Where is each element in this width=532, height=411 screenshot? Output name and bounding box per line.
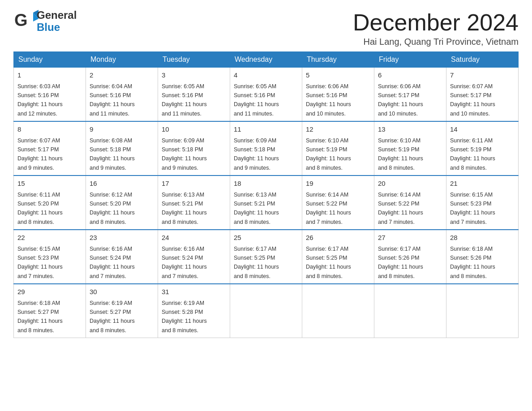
table-row: 9 Sunrise: 6:08 AMSunset: 5:18 PMDayligh… (86, 121, 158, 176)
table-row: 2 Sunrise: 6:04 AMSunset: 5:16 PMDayligh… (86, 68, 158, 122)
calendar-week-row: 22 Sunrise: 6:15 AMSunset: 5:23 PMDaylig… (14, 230, 519, 284)
day-number: 31 (162, 287, 226, 297)
day-number: 8 (17, 124, 82, 135)
day-info: Sunrise: 6:13 AMSunset: 5:21 PMDaylight:… (234, 192, 279, 225)
table-row (302, 284, 374, 338)
svg-text:G: G (14, 11, 28, 30)
logo-blue-text: Blue (37, 21, 77, 33)
day-info: Sunrise: 6:11 AMSunset: 5:19 PMDaylight:… (450, 137, 495, 171)
calendar-table: Sunday Monday Tuesday Wednesday Thursday… (13, 51, 519, 338)
day-info: Sunrise: 6:07 AMSunset: 5:17 PMDaylight:… (450, 83, 495, 117)
table-row: 11 Sunrise: 6:09 AMSunset: 5:18 PMDaylig… (230, 121, 302, 176)
location-subtitle: Hai Lang, Quang Tri Province, Vietnam (353, 37, 519, 47)
table-row: 8 Sunrise: 6:07 AMSunset: 5:17 PMDayligh… (14, 121, 86, 176)
day-number: 5 (306, 70, 370, 81)
day-info: Sunrise: 6:03 AMSunset: 5:16 PMDaylight:… (17, 83, 63, 117)
page-header: G General Blue December 2024 Hai Lang, Q… (13, 9, 519, 47)
table-row (374, 284, 446, 338)
day-info: Sunrise: 6:17 AMSunset: 5:26 PMDaylight:… (378, 246, 423, 279)
day-info: Sunrise: 6:04 AMSunset: 5:16 PMDaylight:… (90, 83, 135, 117)
day-info: Sunrise: 6:18 AMSunset: 5:26 PMDaylight:… (450, 246, 495, 279)
table-row: 20 Sunrise: 6:14 AMSunset: 5:22 PMDaylig… (374, 176, 446, 230)
day-info: Sunrise: 6:15 AMSunset: 5:23 PMDaylight:… (17, 246, 63, 279)
day-number: 2 (90, 70, 154, 81)
day-number: 18 (234, 179, 298, 189)
table-row: 18 Sunrise: 6:13 AMSunset: 5:21 PMDaylig… (230, 176, 302, 230)
day-number: 6 (378, 70, 442, 81)
table-row: 17 Sunrise: 6:13 AMSunset: 5:21 PMDaylig… (158, 176, 230, 230)
day-number: 4 (234, 70, 298, 81)
day-number: 24 (162, 233, 226, 243)
table-row: 13 Sunrise: 6:10 AMSunset: 5:19 PMDaylig… (374, 121, 446, 176)
table-row: 23 Sunrise: 6:16 AMSunset: 5:24 PMDaylig… (86, 230, 158, 284)
table-row: 19 Sunrise: 6:14 AMSunset: 5:22 PMDaylig… (302, 176, 374, 230)
table-row: 12 Sunrise: 6:10 AMSunset: 5:19 PMDaylig… (302, 121, 374, 176)
table-row: 3 Sunrise: 6:05 AMSunset: 5:16 PMDayligh… (158, 68, 230, 122)
day-number: 11 (234, 124, 298, 135)
day-number: 21 (450, 179, 515, 189)
day-info: Sunrise: 6:08 AMSunset: 5:18 PMDaylight:… (90, 137, 135, 171)
day-number: 3 (162, 70, 226, 81)
logo: G General Blue (13, 9, 77, 34)
day-number: 29 (17, 287, 82, 297)
table-row: 22 Sunrise: 6:15 AMSunset: 5:23 PMDaylig… (14, 230, 86, 284)
day-number: 27 (378, 233, 442, 243)
table-row: 7 Sunrise: 6:07 AMSunset: 5:17 PMDayligh… (446, 68, 519, 122)
day-info: Sunrise: 6:19 AMSunset: 5:27 PMDaylight:… (90, 300, 135, 334)
logo-icon: G (13, 9, 40, 34)
col-wednesday: Wednesday (230, 52, 302, 68)
table-row: 4 Sunrise: 6:05 AMSunset: 5:16 PMDayligh… (230, 68, 302, 122)
day-number: 26 (306, 233, 370, 243)
day-number: 16 (90, 179, 154, 189)
table-row: 27 Sunrise: 6:17 AMSunset: 5:26 PMDaylig… (374, 230, 446, 284)
day-info: Sunrise: 6:12 AMSunset: 5:20 PMDaylight:… (90, 192, 135, 225)
day-info: Sunrise: 6:09 AMSunset: 5:18 PMDaylight:… (234, 137, 279, 171)
table-row: 16 Sunrise: 6:12 AMSunset: 5:20 PMDaylig… (86, 176, 158, 230)
day-info: Sunrise: 6:17 AMSunset: 5:25 PMDaylight:… (234, 246, 279, 279)
calendar-week-row: 29 Sunrise: 6:18 AMSunset: 5:27 PMDaylig… (14, 284, 519, 338)
calendar-week-row: 8 Sunrise: 6:07 AMSunset: 5:17 PMDayligh… (14, 121, 519, 176)
day-info: Sunrise: 6:14 AMSunset: 5:22 PMDaylight:… (306, 192, 351, 225)
day-info: Sunrise: 6:10 AMSunset: 5:19 PMDaylight:… (378, 137, 423, 171)
day-info: Sunrise: 6:07 AMSunset: 5:17 PMDaylight:… (17, 137, 63, 171)
table-row: 10 Sunrise: 6:09 AMSunset: 5:18 PMDaylig… (158, 121, 230, 176)
table-row: 28 Sunrise: 6:18 AMSunset: 5:26 PMDaylig… (446, 230, 519, 284)
day-number: 14 (450, 124, 515, 135)
col-monday: Monday (86, 52, 158, 68)
day-number: 17 (162, 179, 226, 189)
col-friday: Friday (374, 52, 446, 68)
day-info: Sunrise: 6:18 AMSunset: 5:27 PMDaylight:… (17, 300, 63, 334)
col-thursday: Thursday (302, 52, 374, 68)
day-info: Sunrise: 6:14 AMSunset: 5:22 PMDaylight:… (378, 192, 423, 225)
day-info: Sunrise: 6:16 AMSunset: 5:24 PMDaylight:… (90, 246, 135, 279)
day-number: 13 (378, 124, 442, 135)
table-row: 26 Sunrise: 6:17 AMSunset: 5:25 PMDaylig… (302, 230, 374, 284)
day-number: 7 (450, 70, 515, 81)
header-row: Sunday Monday Tuesday Wednesday Thursday… (14, 52, 519, 68)
logo-general-text: General (37, 9, 77, 21)
day-info: Sunrise: 6:10 AMSunset: 5:19 PMDaylight:… (306, 137, 351, 171)
day-info: Sunrise: 6:09 AMSunset: 5:18 PMDaylight:… (162, 137, 207, 171)
col-saturday: Saturday (446, 52, 519, 68)
table-row: 14 Sunrise: 6:11 AMSunset: 5:19 PMDaylig… (446, 121, 519, 176)
day-number: 23 (90, 233, 154, 243)
table-row: 6 Sunrise: 6:06 AMSunset: 5:17 PMDayligh… (374, 68, 446, 122)
day-info: Sunrise: 6:17 AMSunset: 5:25 PMDaylight:… (306, 246, 351, 279)
day-number: 25 (234, 233, 298, 243)
table-row: 24 Sunrise: 6:16 AMSunset: 5:24 PMDaylig… (158, 230, 230, 284)
day-number: 1 (17, 70, 82, 81)
day-info: Sunrise: 6:06 AMSunset: 5:17 PMDaylight:… (378, 83, 423, 117)
day-info: Sunrise: 6:16 AMSunset: 5:24 PMDaylight:… (162, 246, 207, 279)
table-row: 30 Sunrise: 6:19 AMSunset: 5:27 PMDaylig… (86, 284, 158, 338)
title-area: December 2024 Hai Lang, Quang Tri Provin… (353, 9, 519, 47)
day-number: 20 (378, 179, 442, 189)
day-info: Sunrise: 6:19 AMSunset: 5:28 PMDaylight:… (162, 300, 207, 334)
day-info: Sunrise: 6:05 AMSunset: 5:16 PMDaylight:… (234, 83, 279, 117)
table-row: 15 Sunrise: 6:11 AMSunset: 5:20 PMDaylig… (14, 176, 86, 230)
table-row: 29 Sunrise: 6:18 AMSunset: 5:27 PMDaylig… (14, 284, 86, 338)
day-info: Sunrise: 6:15 AMSunset: 5:23 PMDaylight:… (450, 192, 495, 225)
day-info: Sunrise: 6:11 AMSunset: 5:20 PMDaylight:… (17, 192, 63, 225)
table-row: 31 Sunrise: 6:19 AMSunset: 5:28 PMDaylig… (158, 284, 230, 338)
table-row: 5 Sunrise: 6:06 AMSunset: 5:16 PMDayligh… (302, 68, 374, 122)
day-number: 30 (90, 287, 154, 297)
